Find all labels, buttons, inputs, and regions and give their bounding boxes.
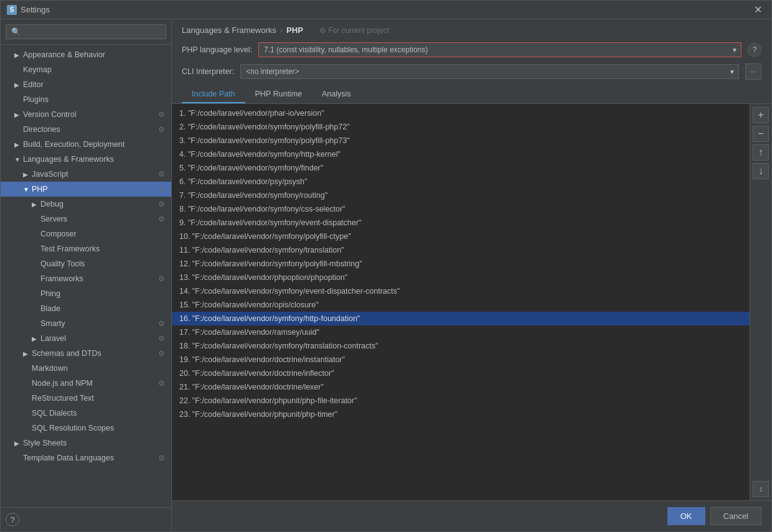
cli-select-wrapper: <no interpreter> ▼ — [240, 64, 739, 79]
sidebar-item-label: Languages & Frameworks — [23, 155, 166, 164]
path-item[interactable]: 11. "F:/code/laravel/vendor/symfony/tran… — [172, 243, 750, 257]
panel-header: Languages & Frameworks › PHP ⚙ For curre… — [172, 19, 771, 104]
sidebar-item-label: Test Frameworks — [40, 245, 166, 253]
path-item[interactable]: 20. "F:/code/laravel/vendor/doctrine/inf… — [172, 366, 750, 380]
move-up-button[interactable]: ↑ — [753, 144, 769, 161]
sidebar-item-sql-resolution[interactable]: SQL Resolution Scopes — [1, 421, 171, 436]
search-box — [1, 19, 171, 45]
tree-arrow: ▶ — [14, 440, 23, 447]
path-list: 1. "F:/code/laravel/vendor/phar-io/versi… — [172, 104, 750, 500]
tree-arrow: ▶ — [32, 201, 40, 208]
project-icon: ⚙ — [319, 26, 326, 35]
sidebar-item-label: Laravel — [40, 334, 156, 343]
for-project-label: ⚙ For current project — [319, 26, 389, 35]
search-input[interactable] — [6, 24, 166, 39]
move-down-button[interactable]: ↓ — [753, 163, 769, 179]
breadcrumb-parent: Languages & Frameworks — [182, 26, 276, 35]
sidebar-item-label: Appearance & Behavior — [23, 50, 166, 59]
sidebar-item-composer[interactable]: Composer — [1, 226, 171, 241]
remove-path-button[interactable]: − — [753, 126, 769, 142]
help-button[interactable]: ? — [6, 513, 19, 526]
sidebar-item-javascript[interactable]: ▶JavaScript⚙ — [1, 167, 171, 182]
app-icon: S — [7, 5, 17, 15]
path-item[interactable]: 1. "F:/code/laravel/vendor/phar-io/versi… — [172, 106, 750, 120]
breadcrumb-separator: › — [280, 26, 283, 35]
php-level-select[interactable]: 7.1 (const visibility, nullables, multip… — [258, 42, 741, 57]
cli-row: CLI Interpreter: <no interpreter> ▼ ··· — [182, 63, 761, 80]
tab-php-runtime[interactable]: PHP Runtime — [245, 86, 313, 103]
cli-select[interactable]: <no interpreter> — [240, 64, 739, 79]
sidebar-item-label: JavaScript — [32, 170, 156, 179]
panel-body: 1. "F:/code/laravel/vendor/phar-io/versi… — [172, 104, 771, 500]
tab-include-path[interactable]: Include Path — [182, 86, 245, 103]
sidebar-item-schemas[interactable]: ▶Schemas and DTDs⚙ — [1, 346, 171, 361]
sidebar-item-label: Template Data Languages — [23, 454, 156, 462]
tree-arrow: ▼ — [14, 156, 23, 163]
path-item[interactable]: 2. "F:/code/laravel/vendor/symfony/polyf… — [172, 120, 750, 134]
sidebar-item-build[interactable]: ▶Build, Execution, Deployment — [1, 137, 171, 152]
sidebar-item-restructured[interactable]: ReStructured Text — [1, 391, 171, 406]
path-item[interactable]: 21. "F:/code/laravel/vendor/doctrine/lex… — [172, 380, 750, 394]
sidebar-item-php[interactable]: ▼PHP⚙ — [1, 182, 171, 197]
gear-icon: ⚙ — [156, 214, 166, 224]
tree-arrow: ▼ — [23, 186, 32, 193]
tabs-row: Include PathPHP RuntimeAnalysis — [182, 86, 761, 103]
sidebar-item-test-frameworks[interactable]: Test Frameworks — [1, 241, 171, 256]
path-item[interactable]: 7. "F:/code/laravel/vendor/symfony/routi… — [172, 189, 750, 202]
sidebar-item-servers[interactable]: Servers⚙ — [1, 212, 171, 226]
sidebar-item-frameworks[interactable]: Frameworks⚙ — [1, 271, 171, 286]
sidebar: ▶Appearance & BehaviorKeymap▶EditorPlugi… — [1, 19, 172, 531]
path-item[interactable]: 9. "F:/code/laravel/vendor/symfony/event… — [172, 216, 750, 230]
sidebar-item-label: Version Control — [23, 110, 156, 119]
sidebar-item-debug[interactable]: ▶Debug⚙ — [1, 197, 171, 212]
sidebar-item-phing[interactable]: Phing — [1, 286, 171, 301]
sidebar-item-stylesheets[interactable]: ▶Style Sheets — [1, 436, 171, 450]
path-item[interactable]: 12. "F:/code/laravel/vendor/symfony/poly… — [172, 257, 750, 271]
path-item[interactable]: 6. "F:/code/laravel/vendor/psy/psysh" — [172, 175, 750, 189]
sidebar-item-sql-dialects[interactable]: SQL Dialects — [1, 406, 171, 421]
gear-icon: ⚙ — [156, 319, 166, 329]
path-item[interactable]: 3. "F:/code/laravel/vendor/symfony/polyf… — [172, 134, 750, 147]
cancel-button[interactable]: Cancel — [710, 507, 761, 525]
ok-button[interactable]: OK — [667, 507, 705, 525]
sidebar-item-label: Blade — [40, 304, 166, 313]
sidebar-item-keymap[interactable]: Keymap — [1, 62, 171, 77]
sidebar-item-languages[interactable]: ▼Languages & Frameworks — [1, 152, 171, 167]
sidebar-item-plugins[interactable]: Plugins — [1, 92, 171, 107]
path-item[interactable]: 22. "F:/code/laravel/vendor/phpunit/php-… — [172, 394, 750, 408]
sidebar-item-label: Editor — [23, 80, 166, 89]
sidebar-item-template-data[interactable]: Template Data Languages⚙ — [1, 450, 171, 465]
close-button[interactable]: ✕ — [750, 2, 765, 17]
path-item[interactable]: 23. "F:/code/laravel/vendor/phpunit/php-… — [172, 408, 750, 421]
gear-icon: ⚙ — [156, 453, 166, 463]
sidebar-item-blade[interactable]: Blade — [1, 301, 171, 316]
path-item[interactable]: 5. "F:/code/laravel/vendor/symfony/finde… — [172, 161, 750, 175]
sort-button[interactable]: ↕ — [753, 481, 769, 497]
path-item[interactable]: 16. "F:/code/laravel/vendor/symfony/http… — [172, 312, 750, 325]
tab-analysis[interactable]: Analysis — [312, 86, 361, 103]
path-item[interactable]: 4. "F:/code/laravel/vendor/symfony/http-… — [172, 147, 750, 161]
add-path-button[interactable]: + — [753, 107, 769, 123]
path-item[interactable]: 18. "F:/code/laravel/vendor/symfony/tran… — [172, 339, 750, 353]
path-item[interactable]: 19. "F:/code/laravel/vendor/doctrine/ins… — [172, 353, 750, 366]
sidebar-item-label: Plugins — [23, 95, 166, 104]
path-item[interactable]: 17. "F:/code/laravel/vendor/ramsey/uuid" — [172, 325, 750, 339]
path-item[interactable]: 14. "F:/code/laravel/vendor/symfony/even… — [172, 284, 750, 298]
sidebar-item-markdown[interactable]: Markdown — [1, 361, 171, 376]
path-item[interactable]: 8. "F:/code/laravel/vendor/symfony/css-s… — [172, 202, 750, 216]
php-level-select-wrapper: 7.1 (const visibility, nullables, multip… — [258, 42, 741, 57]
sidebar-item-directories[interactable]: Directories⚙ — [1, 122, 171, 137]
sidebar-item-version-control[interactable]: ▶Version Control⚙ — [1, 107, 171, 122]
path-item[interactable]: 10. "F:/code/laravel/vendor/symfony/poly… — [172, 230, 750, 243]
path-item[interactable]: 13. "F:/code/laravel/vendor/phpoption/ph… — [172, 271, 750, 284]
sidebar-item-quality-tools[interactable]: Quality Tools — [1, 256, 171, 271]
path-item[interactable]: 15. "F:/code/laravel/vendor/opis/closure… — [172, 298, 750, 312]
sidebar-item-editor[interactable]: ▶Editor — [1, 77, 171, 92]
php-level-help-btn[interactable]: ? — [748, 43, 761, 57]
cli-label: CLI Interpreter: — [182, 67, 234, 76]
sidebar-item-appearance[interactable]: ▶Appearance & Behavior — [1, 47, 171, 62]
sidebar-item-nodejs[interactable]: Node.js and NPM⚙ — [1, 376, 171, 391]
cli-more-btn[interactable]: ··· — [745, 63, 761, 80]
sidebar-item-smarty[interactable]: Smarty⚙ — [1, 316, 171, 331]
sidebar-item-laravel[interactable]: ▶Laravel⚙ — [1, 331, 171, 346]
